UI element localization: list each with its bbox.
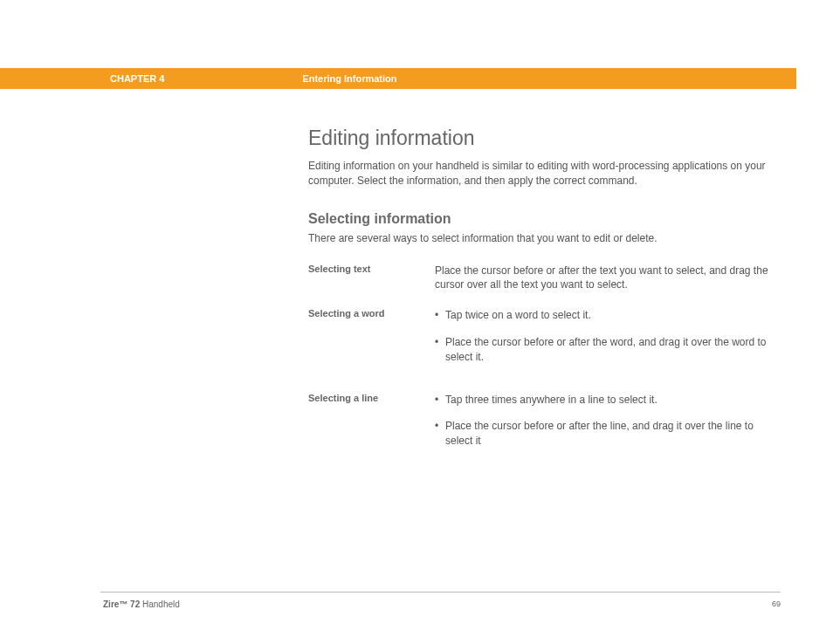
chapter-label: CHAPTER 4 <box>110 73 164 84</box>
bullet-item: • Place the cursor before or after the w… <box>435 335 781 365</box>
bullet-item: • Tap three times anywhere in a line to … <box>435 393 781 408</box>
row-label: Selecting a line <box>308 393 435 461</box>
row-content: • Tap twice on a word to select it. • Pl… <box>435 308 781 376</box>
bullet-icon: • <box>435 419 445 449</box>
bullet-text: Place the cursor before or after the lin… <box>445 419 781 449</box>
row-content: Place the cursor before or after the tex… <box>435 264 781 293</box>
row-content: • Tap three times anywhere in a line to … <box>435 393 781 461</box>
selecting-word-row: Selecting a word • Tap twice on a word t… <box>308 308 781 376</box>
footer: Zire™ 72 Handheld 69 <box>103 599 781 609</box>
page-number: 69 <box>772 599 781 609</box>
footer-product: Zire™ 72 Handheld <box>103 599 180 609</box>
selecting-line-row: Selecting a line • Tap three times anywh… <box>308 393 781 461</box>
bullet-icon: • <box>435 335 445 365</box>
sub-intro-paragraph: There are several ways to select informa… <box>308 232 781 244</box>
bullet-item: • Place the cursor before or after the l… <box>435 419 781 449</box>
section-subtitle: Selecting information <box>308 211 781 227</box>
footer-product-bold: Zire™ 72 <box>103 599 140 609</box>
content-area: Editing information Editing information … <box>308 127 781 476</box>
bullet-item: • Tap twice on a word to select it. <box>435 308 781 323</box>
page-title: Editing information <box>308 127 781 150</box>
footer-divider <box>100 592 781 593</box>
bullet-text: Tap twice on a word to select it. <box>445 308 781 323</box>
selecting-text-row: Selecting text Place the cursor before o… <box>308 264 781 293</box>
intro-paragraph: Editing information on your handheld is … <box>308 159 781 188</box>
bullet-icon: • <box>435 393 445 408</box>
header-bar: CHAPTER 4 Entering Information <box>0 68 796 89</box>
section-label: Entering Information <box>302 73 396 84</box>
bullet-text: Tap three times anywhere in a line to se… <box>445 393 781 408</box>
bullet-icon: • <box>435 308 445 323</box>
bullet-text: Place the cursor before or after the wor… <box>445 335 781 365</box>
row-label: Selecting text <box>308 264 435 293</box>
footer-product-rest: Handheld <box>140 599 180 609</box>
row-label: Selecting a word <box>308 308 435 376</box>
